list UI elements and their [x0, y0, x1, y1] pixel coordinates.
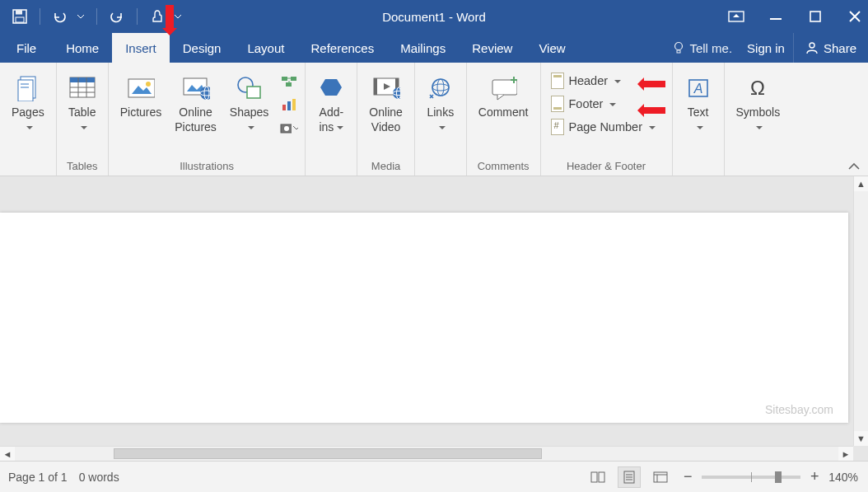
online-pictures-label: Online Pictures — [175, 105, 217, 134]
svg-rect-31 — [286, 82, 292, 87]
svg-text:Ω: Ω — [750, 77, 765, 99]
collapse-ribbon-button[interactable] — [848, 162, 860, 171]
links-button[interactable]: Links — [422, 66, 460, 134]
minimize-icon[interactable] — [768, 8, 784, 25]
chart-button[interactable] — [280, 96, 298, 114]
table-button[interactable]: Table — [63, 66, 101, 134]
vertical-scrollbar[interactable]: ▲ ▼ — [853, 176, 868, 446]
status-words[interactable]: 0 words — [79, 471, 119, 484]
footer-button[interactable]: Footer — [548, 94, 659, 114]
online-video-button[interactable]: Online Video — [364, 66, 407, 134]
shapes-button[interactable]: Shapes — [225, 66, 273, 134]
screenshot-icon — [280, 122, 292, 134]
comment-button[interactable]: Comment — [474, 66, 534, 120]
svg-point-6 — [675, 43, 683, 50]
addins-button[interactable]: Add- ins — [312, 66, 350, 134]
qat-customize-dropdown-icon[interactable] — [174, 8, 182, 25]
online-pictures-button[interactable]: Online Pictures — [170, 66, 222, 134]
smartart-button[interactable] — [280, 73, 298, 91]
scroll-up-arrow-icon[interactable]: ▲ — [854, 176, 868, 191]
pictures-label: Pictures — [120, 105, 162, 119]
tell-me-search[interactable]: Tell me. — [666, 33, 739, 63]
window-title: Document1 - Word — [382, 10, 486, 24]
tab-file[interactable]: File — [0, 33, 53, 63]
page-number-button[interactable]: Page Number — [548, 117, 659, 137]
pages-label: Pages — [12, 105, 44, 119]
document-page[interactable] — [0, 213, 848, 423]
svg-rect-30 — [291, 77, 296, 81]
ribbon-tabs: File Home Insert Design Layout Reference… — [0, 33, 868, 63]
tab-design[interactable]: Design — [170, 33, 235, 63]
redo-icon[interactable] — [109, 8, 125, 25]
status-bar: Page 1 of 1 0 words − + 140% — [0, 461, 868, 492]
svg-rect-19 — [128, 79, 155, 97]
ribbon-insert: Pages Table Tables Pictures — [0, 63, 868, 176]
tab-insert[interactable]: Insert — [112, 33, 170, 63]
zoom-out-button[interactable]: − — [680, 468, 695, 485]
header-button[interactable]: Header — [548, 71, 659, 91]
svg-rect-54 — [599, 472, 604, 482]
tab-mailings[interactable]: Mailings — [387, 33, 459, 63]
pictures-icon — [127, 74, 155, 102]
share-label: Share — [824, 41, 856, 55]
symbols-label: Symbols — [736, 105, 781, 119]
print-layout-button[interactable] — [618, 466, 641, 488]
media-group-label: Media — [364, 158, 407, 174]
table-icon — [68, 74, 96, 102]
svg-rect-28 — [247, 87, 260, 98]
comments-group-label: Comments — [474, 158, 534, 174]
screenshot-button[interactable] — [280, 119, 298, 137]
chart-icon — [282, 98, 296, 111]
ribbon-display-options-icon[interactable] — [728, 8, 744, 25]
header-label: Header — [569, 74, 609, 87]
tab-home[interactable]: Home — [53, 33, 112, 63]
horizontal-scrollbar-thumb[interactable] — [114, 448, 542, 459]
scroll-left-arrow-icon[interactable]: ◄ — [0, 447, 15, 461]
group-symbols: Ω Symbols — [725, 63, 792, 176]
sign-in-link[interactable]: Sign in — [739, 33, 793, 63]
scroll-right-arrow-icon[interactable]: ► — [838, 447, 853, 461]
tab-references[interactable]: References — [297, 33, 387, 63]
page-number-icon — [551, 119, 564, 135]
undo-dropdown-icon[interactable] — [77, 8, 85, 25]
share-person-icon — [805, 41, 819, 54]
svg-rect-34 — [292, 99, 296, 110]
footer-label: Footer — [569, 97, 604, 110]
tab-review[interactable]: Review — [459, 33, 525, 63]
svg-point-21 — [146, 82, 151, 87]
touch-mouse-mode-icon[interactable] — [149, 8, 166, 25]
svg-rect-32 — [282, 105, 286, 110]
pictures-button[interactable]: Pictures — [115, 66, 167, 120]
save-icon[interactable] — [12, 8, 28, 25]
tab-view[interactable]: View — [525, 33, 578, 63]
close-icon[interactable] — [847, 8, 863, 25]
pages-icon — [14, 74, 42, 102]
svg-text:A: A — [693, 82, 702, 96]
zoom-slider[interactable] — [702, 476, 800, 479]
svg-rect-10 — [18, 80, 33, 101]
pages-button[interactable]: Pages — [7, 66, 49, 134]
read-mode-icon — [590, 471, 605, 483]
addins-icon — [317, 74, 345, 102]
scroll-down-arrow-icon[interactable]: ▼ — [854, 431, 868, 446]
tell-me-label: Tell me. — [689, 41, 732, 55]
status-page[interactable]: Page 1 of 1 — [8, 471, 68, 484]
symbols-icon: Ω — [744, 74, 772, 102]
web-layout-button[interactable] — [649, 466, 672, 488]
maximize-icon[interactable] — [807, 8, 824, 25]
horizontal-scrollbar[interactable]: ◄ ► — [0, 446, 853, 461]
group-links: Links — [415, 63, 467, 176]
svg-point-45 — [432, 79, 449, 96]
zoom-slider-knob[interactable] — [775, 471, 782, 483]
tab-layout[interactable]: Layout — [234, 33, 297, 63]
undo-icon[interactable] — [52, 8, 68, 25]
lightbulb-icon — [673, 41, 684, 54]
read-mode-button[interactable] — [586, 466, 609, 488]
zoom-level[interactable]: 140% — [828, 471, 858, 484]
share-button[interactable]: Share — [793, 33, 868, 63]
text-button[interactable]: A Text — [679, 66, 717, 134]
zoom-in-button[interactable]: + — [807, 468, 822, 485]
svg-point-8 — [810, 43, 814, 48]
svg-point-47 — [437, 79, 444, 96]
symbols-button[interactable]: Ω Symbols — [731, 66, 786, 134]
